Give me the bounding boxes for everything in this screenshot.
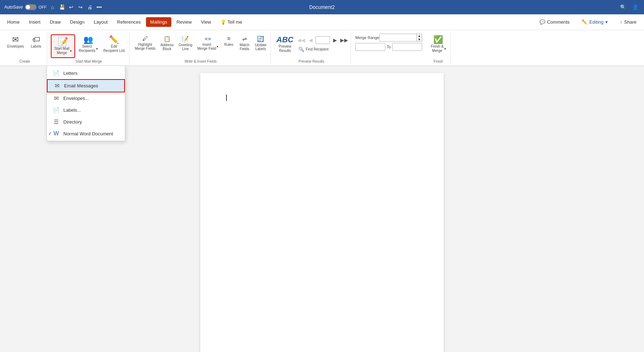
- finish-merge-label: Finish &Merge: [431, 44, 444, 53]
- start-mail-merge-button[interactable]: 📝 Start MailMerge ▾: [51, 34, 75, 58]
- insert-merge-field-icon: «»: [205, 35, 211, 42]
- preview-group-name: Preview Results: [274, 59, 349, 64]
- merge-range-from[interactable]: [355, 43, 385, 51]
- write-insert-buttons: 🖊 HighlightMerge Fields 📋 AddressBlock 📝…: [133, 33, 268, 59]
- start-mail-merge-label: Start MailMerge: [54, 47, 69, 55]
- highlight-merge-label: HighlightMerge Fields: [135, 43, 156, 50]
- edit-recipient-list-icon: ✏️: [109, 36, 119, 44]
- address-block-icon: 📋: [164, 35, 171, 42]
- update-labels-button[interactable]: 🔄 UpdateLabels: [253, 34, 268, 52]
- envelope-icon: ✉: [12, 36, 19, 44]
- find-recipient-icon: 🔍: [298, 47, 304, 52]
- search-icon[interactable]: 🔍: [620, 4, 626, 10]
- finish-merge-icon: ✅: [433, 36, 443, 44]
- envelopes-button[interactable]: ✉ Envelopes: [5, 34, 26, 50]
- dropdown-letters-label: Letters: [63, 71, 78, 76]
- highlight-merge-fields-button[interactable]: 🖊 HighlightMerge Fields: [133, 34, 157, 52]
- redo-icon[interactable]: ↪: [77, 4, 84, 10]
- select-recipients-icon: 👥: [83, 36, 93, 44]
- labels-label: Labels: [31, 44, 41, 49]
- autosave-toggle[interactable]: [25, 4, 36, 10]
- save-icon[interactable]: 💾: [59, 4, 65, 10]
- rules-label: Rules: [224, 43, 234, 47]
- menu-design[interactable]: Design: [66, 17, 89, 27]
- dropdown-directory-label: Directory: [63, 119, 82, 125]
- envelopes-label: Envelopes: [7, 44, 24, 49]
- tell-me-label: Tell me: [228, 19, 242, 25]
- dropdown-email-messages-label: Email Messages: [64, 83, 98, 88]
- nav-next-button[interactable]: ▶: [331, 36, 339, 44]
- dropdown-normal-word-document[interactable]: W Normal Word Document: [47, 128, 125, 139]
- rules-button[interactable]: ≡ Rules: [221, 34, 236, 48]
- menu-tell-me[interactable]: 💡 Tell me: [216, 17, 247, 27]
- select-recipients-dropdown-arrow: ▾: [96, 47, 98, 50]
- find-recipient-button[interactable]: 🔍 Find Recipient: [297, 46, 348, 53]
- ribbon: ✉ Envelopes 🏷 Labels Create 📝 Start Mail…: [0, 30, 644, 66]
- comments-button[interactable]: 💬 Comments: [535, 17, 574, 27]
- menu-references[interactable]: References: [113, 17, 145, 27]
- merge-range-section: Merge Range ▲ ▼ To: [352, 32, 425, 64]
- print-icon[interactable]: 🖨: [87, 4, 93, 10]
- nav-first-button[interactable]: ◀◀: [297, 36, 306, 44]
- editing-button[interactable]: ✏️ Editing ▾: [577, 17, 613, 27]
- menu-view[interactable]: View: [197, 17, 215, 27]
- match-fields-icon: ⇌: [242, 35, 247, 42]
- editing-label: Editing: [589, 19, 604, 25]
- pencil-icon: ✏️: [582, 19, 587, 25]
- nav-input[interactable]: [316, 36, 330, 44]
- word-doc-icon: W: [53, 130, 60, 137]
- select-recipients-button[interactable]: 👥 SelectRecipients ▾: [77, 34, 100, 54]
- finish-merge-button[interactable]: ✅ Finish &Merge ▾: [429, 34, 448, 54]
- title-bar-right: 🔍 👤: [620, 4, 638, 10]
- merge-range-to[interactable]: [392, 43, 422, 51]
- share-button[interactable]: ↑ Share: [615, 17, 641, 27]
- dropdown-envelopes[interactable]: ✉ Envelopes...: [47, 92, 125, 104]
- match-fields-button[interactable]: ⇌ MatchFields: [237, 34, 252, 52]
- create-buttons: ✉ Envelopes 🏷 Labels: [5, 33, 45, 59]
- title-bar: AutoSave OFF ⌂ 💾 ↩ ↪ 🖨 ••• Document2 🔍 👤: [0, 0, 644, 14]
- address-block-button[interactable]: 📋 AddressBlock: [158, 34, 175, 52]
- start-mail-merge-buttons: 📝 Start MailMerge ▾ 👥 SelectRecipients ▾…: [51, 33, 127, 59]
- undo-icon[interactable]: ↩: [68, 4, 74, 10]
- autosave-section[interactable]: AutoSave OFF: [4, 4, 47, 10]
- edit-recipient-list-button[interactable]: ✏️ EditRecipient List: [101, 34, 127, 54]
- write-insert-group-name: Write & Insert Fields: [133, 59, 268, 64]
- ribbon-group-start-mail-merge: 📝 Start MailMerge ▾ 👥 SelectRecipients ▾…: [49, 32, 130, 64]
- share-icon: ↑: [620, 19, 623, 25]
- menu-home[interactable]: Home: [3, 17, 24, 27]
- greeting-line-label: GreetingLine: [179, 43, 192, 51]
- menu-review[interactable]: Review: [172, 17, 196, 27]
- menu-bar-right: 💬 Comments ✏️ Editing ▾ ↑ Share: [535, 17, 641, 27]
- dropdown-directory[interactable]: ☰ Directory: [47, 116, 125, 128]
- menu-mailings[interactable]: Mailings: [146, 17, 172, 27]
- nav-prev-button[interactable]: ◀: [306, 36, 315, 44]
- highlight-icon: 🖊: [142, 35, 148, 42]
- address-block-label: AddressBlock: [160, 43, 174, 51]
- start-mail-merge-dropdown: 📄 Letters ✉ Email Messages ✉ Envelopes..…: [47, 66, 125, 141]
- document-page[interactable]: [200, 73, 444, 352]
- preview-results-button[interactable]: ABC PreviewResults: [274, 34, 296, 54]
- dropdown-labels-label: Labels...: [63, 107, 81, 113]
- lightbulb-icon: 💡: [220, 19, 226, 25]
- home-icon[interactable]: ⌂: [49, 4, 56, 10]
- labels-button[interactable]: 🏷 Labels: [28, 34, 45, 50]
- more-icon[interactable]: •••: [96, 4, 102, 10]
- profile-icon[interactable]: 👤: [632, 4, 638, 10]
- menu-draw[interactable]: Draw: [45, 17, 65, 27]
- menu-layout[interactable]: Layout: [89, 17, 112, 27]
- dropdown-letters[interactable]: 📄 Letters: [47, 67, 125, 79]
- nav-last-button[interactable]: ▶▶: [340, 36, 348, 44]
- dropdown-labels[interactable]: 📄 Labels...: [47, 104, 125, 116]
- insert-merge-field-button[interactable]: «» InsertMerge Field ▾: [196, 34, 220, 52]
- title-bar-left: AutoSave OFF ⌂ 💾 ↩ ↪ 🖨 •••: [4, 4, 102, 10]
- menu-insert[interactable]: Insert: [25, 17, 45, 27]
- greeting-line-icon: 📝: [182, 35, 189, 42]
- dropdown-email-messages[interactable]: ✉ Email Messages: [47, 79, 125, 92]
- greeting-line-button[interactable]: 📝 GreetingLine: [177, 34, 194, 52]
- merge-range-input-box[interactable]: ▲ ▼: [379, 34, 422, 42]
- preview-results-label: PreviewResults: [279, 44, 292, 53]
- ribbon-group-write-insert: 🖊 HighlightMerge Fields 📋 AddressBlock 📝…: [131, 32, 271, 64]
- merge-range-down[interactable]: ▼: [417, 38, 422, 41]
- comment-icon: 💬: [540, 19, 545, 25]
- merge-range-up[interactable]: ▲: [417, 34, 422, 38]
